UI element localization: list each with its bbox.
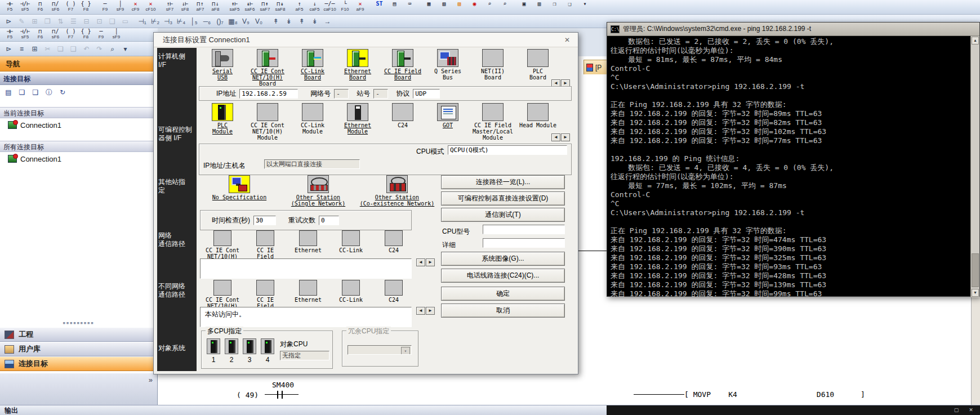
cpu-type-field[interactable] — [483, 225, 565, 234]
toolbar-icon[interactable]: ✎ — [15, 16, 28, 27]
network-route-listbox[interactable] — [200, 258, 412, 279]
toolbar-button[interactable]: ↟⊢ saF5 — [227, 1, 242, 14]
toolbar-icon[interactable]: V₀ — [252, 16, 265, 27]
toolbar-button[interactable]: ST — [372, 1, 387, 14]
toolbar-icon[interactable]: ☰ — [67, 16, 80, 27]
toolbar-button[interactable]: ▧ — [436, 1, 452, 14]
plc-interface-option[interactable]: CC IE Cont NET/10(H) Module — [245, 103, 290, 141]
toolbar-icon[interactable]: ⊟ — [80, 16, 93, 27]
plc-interface-option[interactable]: C24 — [380, 103, 425, 141]
pc-interface-option[interactable]: CC IE Field Board — [380, 49, 425, 87]
toolbar-button[interactable]: ▾ — [577, 1, 593, 14]
toolbar-button[interactable]: ─/─ caF10 — [322, 1, 337, 14]
multi-cpu-option[interactable]: 1 — [207, 338, 220, 364]
diff-network-route-option[interactable]: Ethernet — [287, 280, 329, 309]
multi-cpu-option[interactable]: 3 — [243, 338, 256, 364]
toolbar-button[interactable]: └ F10 — [337, 1, 353, 14]
toolbar-icon[interactable]: ⊞ — [28, 43, 41, 55]
paste-icon[interactable]: ❑ — [30, 87, 41, 97]
communication-test-button[interactable]: 通信测试(T) — [441, 208, 565, 222]
cmd-scrollbar[interactable]: ▲ ▼ — [970, 36, 979, 297]
toolbar-button[interactable]: ▦ — [421, 1, 436, 14]
toolbar-icon[interactable]: V₉ — [239, 16, 252, 27]
sidebar-nav-button[interactable]: 用户库 — [0, 342, 157, 356]
new-connection-icon[interactable]: ▤ — [3, 87, 14, 97]
phone-line-connection-button[interactable]: 电话线路连接(C24)(C)... — [441, 269, 565, 283]
toolbar-icon[interactable]: ❐ — [41, 16, 54, 27]
toolbar-button[interactable] — [368, 1, 372, 14]
toolbar-button[interactable]: ❑ — [562, 1, 577, 14]
toolbar-icon[interactable]: ⊞ — [28, 16, 41, 27]
plc-direct-connection-button[interactable]: 可编程控制器直接连接设置(D) — [441, 191, 565, 206]
toolbar-icon[interactable]: ↷ — [93, 43, 106, 55]
plc-interface-option[interactable]: Ethernet Module — [335, 103, 380, 141]
toolbar-button[interactable] — [158, 1, 162, 14]
toolbar-button[interactable] — [223, 1, 227, 14]
toolbar-button[interactable]: ↓⊢ sF8 — [177, 1, 193, 14]
toolbar-icon[interactable]: ⊬₄ — [175, 16, 188, 27]
copy-icon[interactable]: ❏ — [17, 87, 27, 97]
toolbar-button[interactable]: ↡⊢ saF6 — [242, 1, 257, 14]
network-route-option[interactable]: CC IE Cont NET/10(H) — [201, 230, 244, 260]
toolbar-icon[interactable]: ()₇ — [213, 16, 226, 27]
redundant-cpu-dropdown[interactable]: ▾ — [348, 345, 412, 355]
toolbar-button[interactable]: ❐ — [547, 1, 562, 14]
toolbar-button[interactable]: ⌕ — [497, 1, 513, 14]
toolbar-icon[interactable]: ❑ — [106, 16, 119, 27]
connection-path-list-button[interactable]: 连接路径一览(L)... — [441, 175, 565, 189]
all-connections-header[interactable]: 所有连接目标 — [0, 141, 157, 152]
time-check-field[interactable]: 30 — [253, 216, 276, 225]
toolbar-icon[interactable] — [265, 16, 269, 27]
toolbar-icon[interactable]: ↡ — [308, 16, 321, 27]
sidebar-nav-button[interactable]: 连接目标 — [0, 356, 157, 371]
diff-network-route-option[interactable]: CC IE Cont NET/10(H) — [201, 280, 244, 309]
toolbar-icon[interactable]: ↶ — [80, 43, 93, 55]
network-route-option[interactable]: CC IE Field — [244, 230, 287, 260]
protocol-field[interactable]: UDP — [413, 89, 440, 99]
ip-address-field[interactable]: 192.168.2.59 — [239, 89, 298, 99]
toolbar-button[interactable] — [513, 1, 516, 14]
toolbar-button[interactable]: ⊓↡ saF8 — [273, 1, 288, 14]
toolbar-icon[interactable] — [132, 16, 136, 27]
network-route-option[interactable]: Ethernet — [287, 230, 329, 260]
toolbar-icon[interactable]: ⊡ — [93, 16, 106, 27]
scroll-left-icon[interactable]: ◄ — [551, 133, 560, 141]
pc-interface-option[interactable]: NET(II) Board — [470, 49, 515, 87]
plc-interface-option[interactable]: CC-Link Module — [290, 103, 335, 141]
toolbar-button[interactable]: ( ) F7 — [63, 1, 78, 14]
toolbar-button[interactable]: { } F8 — [78, 1, 93, 14]
toolbar-button[interactable]: ⌨ — [402, 1, 417, 14]
toolbar-button[interactable]: ✕ cF9 — [128, 1, 143, 14]
system-image-button[interactable]: 系统图像(G)... — [441, 252, 565, 266]
connection-tree-item[interactable]: Connection1 — [8, 153, 165, 164]
toolbar-button[interactable]: ▥ — [532, 1, 547, 14]
dropdown-arrow-icon[interactable]: ▾ — [401, 347, 410, 355]
toolbar-button[interactable] — [417, 1, 421, 14]
current-connection-header[interactable]: 当前连接目标 — [0, 107, 157, 118]
navigation-panel-header[interactable]: 导航 — [0, 56, 157, 72]
toolbar-icon[interactable]: ≡ — [15, 43, 28, 55]
diff-network-route-option[interactable]: C24 — [372, 280, 415, 309]
toolbar-icon[interactable]: ✂ — [41, 43, 54, 55]
toolbar-button[interactable]: ⊓/ sF6 — [48, 28, 63, 42]
toolbar-icon[interactable]: ─₆ — [201, 16, 213, 27]
toolbar-icon[interactable]: ❑ — [67, 43, 80, 55]
multi-cpu-option[interactable]: 2 — [225, 338, 238, 364]
toolbar-button[interactable]: ↑⊢ sF7 — [162, 1, 177, 14]
property-icon[interactable]: ⓘ — [44, 87, 54, 97]
toolbar-button[interactable]: ─ F9 — [93, 28, 109, 42]
other-station-option[interactable]: Other Station (Co-existence Network) — [358, 175, 436, 207]
toolbar-icon[interactable]: ▭ — [119, 16, 132, 27]
multi-cpu-option[interactable]: 4 — [261, 338, 274, 364]
network-route-option[interactable]: C24 — [372, 230, 415, 260]
toolbar-button[interactable]: ◉ — [467, 1, 482, 14]
toolbar-button[interactable] — [93, 1, 97, 14]
toolbar-button[interactable]: { } F8 — [78, 28, 93, 42]
toolbar-button[interactable]: ⊣/⊢ sF5 — [17, 1, 33, 14]
toolbar-button[interactable]: ⌕ — [482, 1, 497, 14]
retry-count-field[interactable]: 0 — [319, 216, 339, 225]
toolbar-button[interactable]: ⊓ F6 — [33, 28, 48, 42]
cmd-title-bar[interactable]: C:\ 管理员: C:\Windows\system32\cmd.exe - p… — [607, 23, 979, 36]
close-icon[interactable]: ✕ — [966, 407, 975, 414]
scroll-right-icon[interactable]: ► — [426, 307, 435, 315]
